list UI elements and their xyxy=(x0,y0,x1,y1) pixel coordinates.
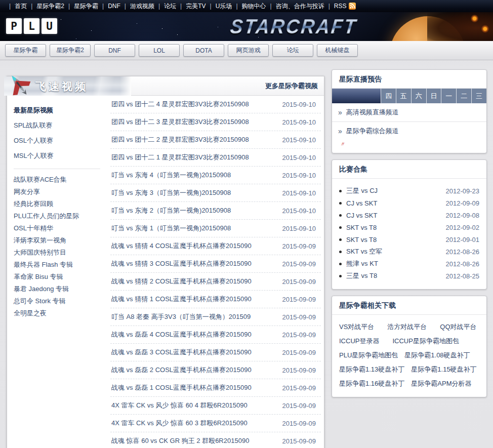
download-link[interactable]: 星际争霸APM分析器 xyxy=(411,377,471,391)
sidebar-item[interactable]: 网友分享 xyxy=(14,186,107,198)
video-title-link[interactable]: 团四 vs 团十二 2 星灵群宏图3V3比赛20150908 xyxy=(111,135,249,144)
nav-button[interactable]: 星际争霸 xyxy=(5,44,46,57)
download-link[interactable]: VS对战平台 xyxy=(339,320,374,334)
nav-button[interactable]: 机械键盘 xyxy=(317,44,358,57)
topbar-link[interactable]: 首页 xyxy=(5,2,27,11)
nav-button[interactable]: 论坛 xyxy=(272,44,313,57)
sidebar-item[interactable]: MSL个人联赛 xyxy=(14,148,107,164)
video-title-link[interactable]: 战魂 vs 磊磊 2 COSL蓝魔手机杯点播赛2015090 xyxy=(111,365,252,375)
video-row: 团四 vs 团十二 2 星灵群宏图3V3比赛20150908 2015-09-1… xyxy=(110,131,321,149)
video-title-link[interactable]: 战魂 vs 猜猜 1 COSL蓝魔手机杯点播赛2015090 xyxy=(111,295,252,304)
topbar-link[interactable]: 论坛 xyxy=(154,2,176,11)
nav-button[interactable]: 星际争霸2 xyxy=(50,44,91,57)
sidebar-item[interactable]: 大师国庆特别节目 xyxy=(14,247,107,259)
video-title-link[interactable]: 战魂 vs 猜猜 2 COSL蓝魔手机杯点播赛2015090 xyxy=(111,277,252,286)
match-link[interactable]: 三星 vs T8 xyxy=(346,271,446,280)
video-row: 叮当 vs 东海 2（叮当第一视角)20150908 2015-09-10 xyxy=(110,202,321,220)
sidebar-item[interactable]: OSL个人联赛 xyxy=(14,133,107,148)
download-link[interactable]: PLU星际争霸地图包 xyxy=(339,348,398,362)
download-link[interactable]: 星际争霸1.08硬盘补丁 xyxy=(404,348,470,362)
video-title-link[interactable]: 团四 vs 团十二 3 星灵群宏图3V3比赛20150908 xyxy=(111,117,249,127)
match-link[interactable]: 熊津 vs KT xyxy=(346,259,446,268)
video-row: 叮当 vs 东海 3（叮当第一视角)20150908 2015-09-10 xyxy=(110,184,321,202)
video-title-link[interactable]: 战魂 vs 猜猜 3 COSL蓝魔手机杯点播赛2015090 xyxy=(111,259,252,268)
match-link[interactable]: SKT vs 空军 xyxy=(346,247,446,256)
nav-button[interactable]: LOL xyxy=(139,44,180,57)
rss-icon[interactable] xyxy=(349,3,356,10)
video-title-link[interactable]: 叮当 vs 东海 1（叮当第一视角)20150908 xyxy=(111,224,231,233)
video-date: 2015-09-10 xyxy=(282,101,320,108)
weekday-cell[interactable]: 六 xyxy=(411,89,426,103)
match-link[interactable]: SKT vs T8 xyxy=(346,236,446,243)
channel-row[interactable]: » 星际争霸综合频道 xyxy=(332,122,486,140)
video-title-link[interactable]: 战魂 vs 猜猜 4 COSL蓝魔手机杯点播赛2015090 xyxy=(111,241,252,251)
sidebar-item[interactable]: OSL十年精华 xyxy=(14,222,107,234)
video-title-link[interactable]: 战魂 vs 磊磊 4 COSL蓝魔手机杯点播赛2015090 xyxy=(111,330,252,339)
more-videos-link[interactable]: 更多星际争霸视频 xyxy=(265,76,318,96)
video-title-link[interactable]: 叮当 vs 东海 4（叮当第一视角)20150908 xyxy=(111,171,231,180)
rss-label: RSS xyxy=(334,3,347,10)
weekday-cell[interactable]: 五 xyxy=(396,89,411,103)
download-link[interactable]: 浩方对战平台 xyxy=(387,320,427,334)
sidebar-item[interactable]: SPL战队联赛 xyxy=(14,118,107,133)
matches-box: 比赛合集 三星 vs CJ 2012-09-23 CJ vs SKT 2012-… xyxy=(332,159,487,290)
weekday-cell[interactable]: 二 xyxy=(456,89,471,103)
channel-row[interactable]: » 高清视频直播频道 xyxy=(332,103,486,122)
topbar-link[interactable]: DNF xyxy=(98,3,120,10)
sidebar-item[interactable]: 暴君 Jaedong 专辑 xyxy=(14,283,107,295)
topbar-link[interactable]: 完美TV xyxy=(176,2,206,11)
sidebar-item[interactable]: 全明星之夜 xyxy=(14,307,107,319)
sidebar-item[interactable]: 总司令 Stork 专辑 xyxy=(14,295,107,307)
sidebar-item[interactable]: 最新星际视频 xyxy=(14,103,107,118)
video-title-link[interactable]: 叮当 vs 东海 3（叮当第一视角)20150908 xyxy=(111,188,231,197)
topbar-link[interactable]: U乐场 xyxy=(206,2,232,11)
match-link[interactable]: CJ vs SKT xyxy=(346,212,446,219)
match-link[interactable]: SKT vs T8 xyxy=(346,224,446,231)
video-row: 战魂 vs 磊磊 3 COSL蓝魔手机杯点播赛2015090 2015-09-0… xyxy=(110,344,321,361)
sidebar-item[interactable]: 泽炳李双第一视角 xyxy=(14,234,107,247)
topbar-link[interactable]: 游戏视频 xyxy=(120,2,154,11)
sidebar-item[interactable]: 战队联赛ACE合集 xyxy=(14,174,107,186)
download-link[interactable]: ICCUP星际争霸地图包 xyxy=(392,334,459,348)
weekday-cell[interactable]: 一 xyxy=(441,89,456,103)
download-link[interactable]: ICCUP登录器 xyxy=(339,334,379,348)
weekday-cell[interactable]: 四 xyxy=(381,89,396,103)
video-row: 叮当 A8 老秦 高手3V3（叮当第一视角）201509 2015-09-09 xyxy=(110,308,321,326)
nav-button[interactable]: DNF xyxy=(94,44,135,57)
bullet-icon xyxy=(339,263,342,265)
video-title-link[interactable]: 4X 雷车 CK vs 风少 惊喜 60 4 群殴6R2015090 xyxy=(111,401,248,410)
video-title-link[interactable]: 战魂 vs 磊磊 1 COSL蓝魔手机杯点播赛2015090 xyxy=(111,383,252,392)
weekday-cell[interactable]: 三 xyxy=(471,89,486,103)
download-link[interactable]: QQ对战平台 xyxy=(440,320,476,334)
video-date: 2015-09-09 xyxy=(282,437,320,445)
sidebar-item[interactable]: 最终兵器 Flash 专辑 xyxy=(14,259,107,271)
weekday-cell[interactable]: 日 xyxy=(426,89,441,103)
sidebar-item[interactable]: 经典比赛回顾 xyxy=(14,198,107,210)
video-title-link[interactable]: 叮当 A8 老秦 高手3V3（叮当第一视角）201509 xyxy=(111,312,251,321)
sidebar-item[interactable]: PLU工作人员们的星际 xyxy=(14,210,107,222)
video-title-link[interactable]: 4X 雷车 CK vs 风少 惊喜 60 3 群殴6R2015090 xyxy=(111,419,248,428)
topbar-link[interactable]: 星际争霸2 xyxy=(27,2,64,11)
match-date: 2012-08-25 xyxy=(446,272,480,280)
rss-link[interactable]: RSS xyxy=(324,3,356,10)
video-title-link[interactable]: 团四 vs 团十二 1 星灵群宏图3V3比赛20150908 xyxy=(111,153,249,162)
topbar-link[interactable]: 星际争霸 xyxy=(64,2,98,11)
download-link[interactable]: 星际争霸1.16硬盘补丁 xyxy=(339,377,404,391)
nav-button[interactable]: DOTA xyxy=(183,44,224,57)
video-title-link[interactable]: 团四 vs 团十二 4 星灵群宏图3V3比赛20150908 xyxy=(111,100,249,109)
match-date: 2012-08-26 xyxy=(446,260,480,268)
plu-logo[interactable]: PLU xyxy=(6,18,57,34)
match-link[interactable]: 三星 vs CJ xyxy=(346,186,446,195)
download-link[interactable]: 星际争霸1.15硬盘补丁 xyxy=(411,362,476,377)
video-title-link[interactable]: 叮当 vs 东海 2（叮当第一视角)20150908 xyxy=(111,206,231,215)
nav-button[interactable]: 网页游戏 xyxy=(228,44,269,57)
topbar-link[interactable]: 购物中心 xyxy=(232,2,266,11)
topbar-link[interactable]: 咨询、合作与投诉 xyxy=(266,2,324,11)
downloads-box: 星际争霸相关下载 VS对战平台浩方对战平台QQ对战平台 ICCUP登录器ICCU… xyxy=(332,296,487,397)
match-link[interactable]: CJ vs SKT xyxy=(346,199,446,207)
sidebar-item[interactable]: 革命家 Bisu 专辑 xyxy=(14,271,107,283)
download-link[interactable]: 星际争霸1.13硬盘补丁 xyxy=(339,362,404,377)
red-mark: 〃 xyxy=(332,140,486,153)
video-title-link[interactable]: 战魂 vs 磊磊 3 COSL蓝魔手机杯点播赛2015090 xyxy=(111,348,252,357)
video-title-link[interactable]: 战魂 惊喜 60 vs CK GR 狗王 2 群殴6R2015090 xyxy=(111,436,249,445)
